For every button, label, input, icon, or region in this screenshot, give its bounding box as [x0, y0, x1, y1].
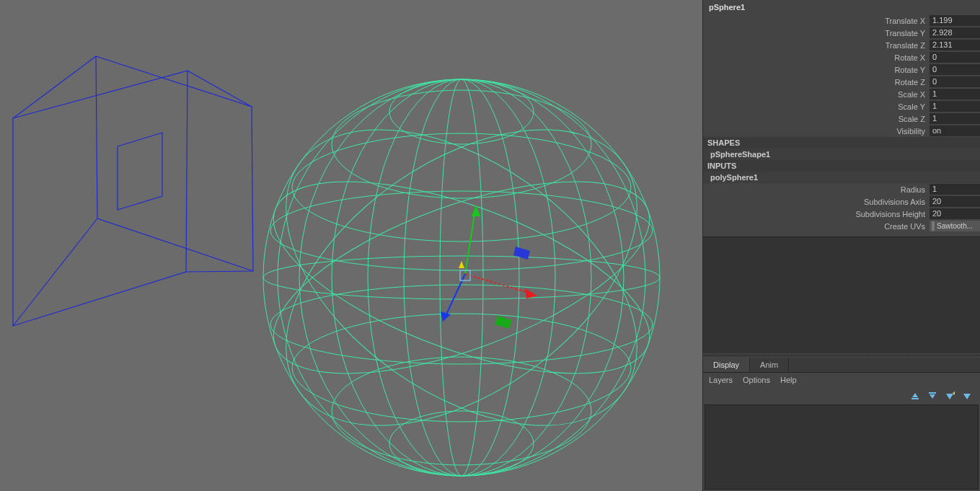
transform-attr-row: Rotate Y0 — [703, 63, 980, 76]
layer-tabs: Display Anim — [703, 358, 980, 373]
transform-attr-value[interactable]: 0 — [930, 52, 980, 63]
menu-help[interactable]: Help — [780, 376, 797, 384]
svg-line-5 — [13, 218, 97, 326]
transform-attr-label: Scale Z — [703, 115, 930, 123]
transform-attr-value[interactable]: 1 — [930, 113, 980, 124]
transform-attr-label: Rotate Z — [703, 78, 930, 87]
channel-box-panel: pSphere1 Translate X1.199Translate Y2.92… — [702, 0, 980, 491]
input-attr-row: Radius1 — [703, 183, 980, 195]
input-attr-label: Radius — [703, 185, 930, 194]
object-name[interactable]: pSphere1 — [703, 0, 980, 14]
transform-attr-row: Translate Z2.131 — [703, 39, 980, 51]
svg-point-21 — [299, 79, 624, 476]
shapes-header: SHAPES — [703, 137, 980, 149]
transform-attr-row: Rotate Z0 — [703, 76, 980, 88]
create-uvs-dropdown[interactable]: Sawtooth... — [930, 221, 980, 231]
svg-point-7 — [263, 79, 660, 476]
channel-spacer — [703, 236, 980, 353]
transform-attr-row: Scale Z1 — [703, 112, 980, 125]
channel-box[interactable]: pSphere1 Translate X1.199Translate Y2.92… — [703, 0, 980, 353]
sphere-wireframe — [233, 69, 690, 486]
layer-list[interactable] — [705, 404, 979, 490]
transform-attr-row: Rotate X0 — [703, 51, 980, 63]
svg-point-20 — [332, 79, 591, 476]
transform-attr-label: Scale Y — [703, 102, 930, 111]
svg-marker-30 — [525, 288, 537, 298]
input-attr-label: Subdivisions Axis — [703, 198, 930, 206]
svg-point-19 — [368, 79, 555, 476]
transform-attr-value[interactable]: on — [930, 125, 980, 136]
transform-attr-row: Visibilityon — [703, 125, 980, 137]
inputs-header: INPUTS — [703, 160, 980, 172]
svg-marker-41 — [963, 394, 971, 399]
layer-editor: Display Anim Layers Options Help ★ — [703, 358, 980, 491]
input-attr-value[interactable]: 1 — [930, 184, 980, 195]
transform-attr-value[interactable]: 0 — [930, 64, 980, 75]
tab-anim[interactable]: Anim — [750, 358, 789, 372]
svg-marker-0 — [13, 71, 187, 326]
xz-plane-handle[interactable] — [513, 247, 530, 260]
svg-marker-35 — [912, 393, 918, 397]
svg-point-25 — [233, 69, 690, 486]
layer-menu-bar: Layers Options Help — [703, 373, 980, 387]
menu-options[interactable]: Options — [743, 376, 770, 384]
svg-rect-36 — [911, 398, 919, 399]
transform-attr-row: Scale X1 — [703, 88, 980, 100]
shape-node-name[interactable]: pSphereShape1 — [703, 149, 980, 160]
svg-rect-38 — [929, 392, 936, 394]
svg-text:★: ★ — [952, 391, 955, 397]
transform-attr-label: Scale X — [703, 90, 930, 99]
input-attr-value[interactable]: 20 — [930, 196, 980, 207]
input-attr-label: Subdivisions Height — [703, 210, 930, 218]
svg-marker-34 — [459, 261, 464, 268]
move-layer-up-icon[interactable] — [909, 390, 921, 402]
svg-line-29 — [465, 274, 534, 294]
transform-attr-value[interactable]: 2.131 — [930, 40, 980, 50]
transform-attr-value[interactable]: 1 — [930, 101, 980, 112]
new-layer-selected-icon[interactable] — [961, 390, 973, 402]
move-layer-down-icon[interactable] — [927, 390, 938, 402]
layer-icon-bar: ★ — [703, 387, 980, 404]
svg-point-22 — [278, 79, 645, 476]
cube-wireframe — [13, 56, 253, 326]
viewport-3d[interactable] — [0, 0, 702, 491]
move-manipulator[interactable] — [441, 205, 537, 329]
svg-marker-37 — [930, 394, 935, 399]
transform-attr-value[interactable]: 1 — [930, 89, 980, 99]
input-attr-row: Subdivisions Height20 — [703, 208, 980, 220]
transform-attr-label: Translate X — [703, 17, 930, 25]
new-layer-icon[interactable]: ★ — [944, 390, 955, 402]
input-node-name[interactable]: polySphere1 — [703, 172, 980, 183]
svg-point-26 — [233, 69, 690, 486]
transform-attr-label: Rotate X — [703, 53, 930, 62]
svg-point-17 — [440, 79, 483, 476]
tab-display[interactable]: Display — [703, 358, 750, 372]
svg-point-13 — [270, 285, 653, 364]
svg-point-23 — [250, 142, 672, 413]
transform-attr-value[interactable]: 0 — [930, 76, 980, 87]
xy-plane-handle[interactable] — [495, 316, 512, 329]
transform-attr-label: Translate Y — [703, 29, 930, 37]
svg-line-4 — [186, 271, 253, 272]
transform-attr-row: Translate Y2.928 — [703, 27, 980, 39]
transform-attr-label: Visibility — [703, 127, 930, 136]
svg-point-9 — [270, 191, 653, 270]
transform-attr-value[interactable]: 1.199 — [930, 15, 980, 26]
transform-attr-row: Translate X1.199 — [703, 14, 980, 27]
create-uvs-label: Create UVs — [703, 222, 930, 231]
svg-marker-1 — [96, 56, 253, 271]
transform-attr-label: Rotate Y — [703, 66, 930, 74]
input-attr-value[interactable]: 20 — [930, 208, 980, 219]
input-attr-row: Subdivisions Axis20 — [703, 195, 980, 208]
svg-marker-6 — [118, 133, 162, 210]
transform-attr-row: Scale Y1 — [703, 100, 980, 112]
transform-attr-value[interactable]: 2.928 — [930, 27, 980, 38]
svg-point-10 — [292, 133, 631, 242]
transform-attr-label: Translate Z — [703, 41, 930, 50]
menu-layers[interactable]: Layers — [709, 376, 733, 384]
svg-point-24 — [250, 142, 672, 413]
viewport-canvas — [0, 0, 703, 491]
svg-marker-32 — [441, 311, 451, 322]
svg-line-2 — [13, 56, 96, 118]
svg-point-14 — [292, 314, 631, 422]
